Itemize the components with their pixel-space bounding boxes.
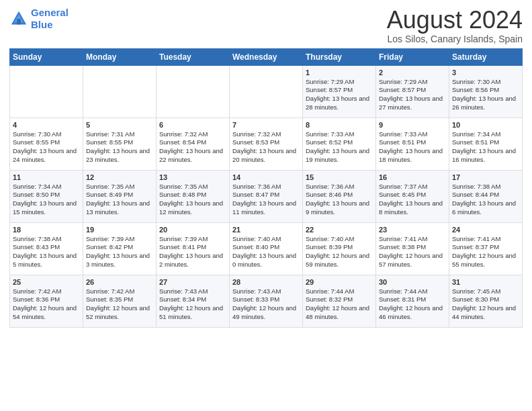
- day-info: Sunrise: 7:32 AM Sunset: 8:54 PM Dayligh…: [159, 130, 226, 165]
- title-block: August 2024 Los Silos, Canary Islands, S…: [387, 7, 523, 44]
- day-number: 8: [306, 121, 373, 129]
- day-number: 27: [159, 278, 226, 286]
- day-number: 9: [379, 121, 446, 129]
- page-container: General Blue August 2024 Los Silos, Cana…: [0, 0, 532, 332]
- column-header-sunday: Sunday: [10, 48, 83, 65]
- day-number: 29: [306, 278, 373, 286]
- day-number: 6: [159, 121, 226, 129]
- calendar-cell: 17Sunrise: 7:38 AM Sunset: 8:44 PM Dayli…: [449, 170, 523, 222]
- day-info: Sunrise: 7:42 AM Sunset: 8:35 PM Dayligh…: [86, 287, 153, 322]
- day-info: Sunrise: 7:35 AM Sunset: 8:49 PM Dayligh…: [86, 183, 153, 217]
- day-info: Sunrise: 7:39 AM Sunset: 8:41 PM Dayligh…: [159, 235, 226, 269]
- calendar-cell: 18Sunrise: 7:38 AM Sunset: 8:43 PM Dayli…: [10, 222, 83, 275]
- column-header-friday: Friday: [376, 48, 449, 65]
- calendar-cell: 7Sunrise: 7:32 AM Sunset: 8:53 PM Daylig…: [230, 118, 303, 170]
- day-number: 7: [232, 121, 300, 129]
- subtitle: Los Silos, Canary Islands, Spain: [387, 34, 523, 44]
- day-info: Sunrise: 7:37 AM Sunset: 8:45 PM Dayligh…: [379, 183, 446, 217]
- calendar-cell: 24Sunrise: 7:41 AM Sunset: 8:37 PM Dayli…: [449, 222, 523, 275]
- day-info: Sunrise: 7:34 AM Sunset: 8:51 PM Dayligh…: [452, 130, 519, 165]
- day-info: Sunrise: 7:31 AM Sunset: 8:55 PM Dayligh…: [86, 130, 153, 165]
- calendar-cell: 26Sunrise: 7:42 AM Sunset: 8:35 PM Dayli…: [83, 275, 157, 327]
- day-number: 19: [86, 226, 153, 234]
- day-info: Sunrise: 7:29 AM Sunset: 8:57 PM Dayligh…: [379, 78, 446, 112]
- day-number: 3: [452, 68, 519, 77]
- calendar-week-1: 1Sunrise: 7:29 AM Sunset: 8:57 PM Daylig…: [10, 65, 523, 118]
- day-info: Sunrise: 7:32 AM Sunset: 8:53 PM Dayligh…: [232, 130, 300, 165]
- day-number: 26: [86, 278, 153, 286]
- day-info: Sunrise: 7:41 AM Sunset: 8:37 PM Dayligh…: [452, 235, 519, 269]
- column-header-monday: Monday: [83, 48, 157, 65]
- calendar-week-2: 4Sunrise: 7:30 AM Sunset: 8:55 PM Daylig…: [10, 118, 523, 170]
- calendar-cell: [157, 65, 230, 118]
- day-info: Sunrise: 7:36 AM Sunset: 8:47 PM Dayligh…: [232, 183, 300, 217]
- calendar-cell: 10Sunrise: 7:34 AM Sunset: 8:51 PM Dayli…: [449, 118, 523, 170]
- day-number: 30: [379, 278, 446, 286]
- day-info: Sunrise: 7:45 AM Sunset: 8:30 PM Dayligh…: [452, 287, 519, 322]
- day-number: 15: [306, 173, 373, 181]
- day-number: 5: [86, 121, 153, 129]
- column-header-wednesday: Wednesday: [230, 48, 303, 65]
- calendar-cell: 5Sunrise: 7:31 AM Sunset: 8:55 PM Daylig…: [83, 118, 157, 170]
- calendar-body: 1Sunrise: 7:29 AM Sunset: 8:57 PM Daylig…: [10, 65, 523, 327]
- calendar-cell: 9Sunrise: 7:33 AM Sunset: 8:51 PM Daylig…: [376, 118, 449, 170]
- calendar-cell: 3Sunrise: 7:30 AM Sunset: 8:56 PM Daylig…: [449, 65, 523, 118]
- day-number: 11: [13, 173, 80, 181]
- calendar-cell: 21Sunrise: 7:40 AM Sunset: 8:40 PM Dayli…: [230, 222, 303, 275]
- day-number: 2: [379, 68, 446, 77]
- calendar-table: SundayMondayTuesdayWednesdayThursdayFrid…: [9, 48, 523, 328]
- calendar-cell: 22Sunrise: 7:40 AM Sunset: 8:39 PM Dayli…: [303, 222, 376, 275]
- header: General Blue August 2024 Los Silos, Cana…: [9, 7, 523, 44]
- calendar-cell: 28Sunrise: 7:43 AM Sunset: 8:33 PM Dayli…: [230, 275, 303, 327]
- day-info: Sunrise: 7:29 AM Sunset: 8:57 PM Dayligh…: [306, 78, 373, 112]
- day-info: Sunrise: 7:38 AM Sunset: 8:43 PM Dayligh…: [13, 235, 80, 269]
- calendar-cell: 16Sunrise: 7:37 AM Sunset: 8:45 PM Dayli…: [376, 170, 449, 222]
- calendar-cell: [10, 65, 83, 118]
- column-header-thursday: Thursday: [303, 48, 376, 65]
- day-info: Sunrise: 7:33 AM Sunset: 8:51 PM Dayligh…: [379, 130, 446, 165]
- day-number: 23: [379, 226, 446, 234]
- day-number: 17: [452, 173, 519, 181]
- day-info: Sunrise: 7:40 AM Sunset: 8:39 PM Dayligh…: [306, 235, 373, 269]
- calendar-week-3: 11Sunrise: 7:34 AM Sunset: 8:50 PM Dayli…: [10, 170, 523, 222]
- day-info: Sunrise: 7:33 AM Sunset: 8:52 PM Dayligh…: [306, 130, 373, 165]
- day-number: 18: [13, 226, 80, 234]
- logo-text: General Blue: [31, 7, 69, 31]
- calendar-cell: 20Sunrise: 7:39 AM Sunset: 8:41 PM Dayli…: [157, 222, 230, 275]
- calendar-cell: 30Sunrise: 7:44 AM Sunset: 8:31 PM Dayli…: [376, 275, 449, 327]
- day-number: 24: [452, 226, 519, 234]
- calendar-cell: 12Sunrise: 7:35 AM Sunset: 8:49 PM Dayli…: [83, 170, 157, 222]
- svg-rect-2: [17, 19, 21, 24]
- calendar-cell: 11Sunrise: 7:34 AM Sunset: 8:50 PM Dayli…: [10, 170, 83, 222]
- day-info: Sunrise: 7:30 AM Sunset: 8:56 PM Dayligh…: [452, 78, 519, 112]
- calendar-cell: 6Sunrise: 7:32 AM Sunset: 8:54 PM Daylig…: [157, 118, 230, 170]
- day-number: 13: [159, 173, 226, 181]
- day-number: 20: [159, 226, 226, 234]
- day-info: Sunrise: 7:36 AM Sunset: 8:46 PM Dayligh…: [306, 183, 373, 217]
- day-number: 4: [13, 121, 80, 129]
- header-row: SundayMondayTuesdayWednesdayThursdayFrid…: [10, 48, 523, 65]
- day-info: Sunrise: 7:44 AM Sunset: 8:32 PM Dayligh…: [306, 287, 373, 322]
- calendar-cell: [230, 65, 303, 118]
- calendar-cell: 19Sunrise: 7:39 AM Sunset: 8:42 PM Dayli…: [83, 222, 157, 275]
- day-info: Sunrise: 7:41 AM Sunset: 8:38 PM Dayligh…: [379, 235, 446, 269]
- day-info: Sunrise: 7:43 AM Sunset: 8:33 PM Dayligh…: [232, 287, 300, 322]
- day-info: Sunrise: 7:38 AM Sunset: 8:44 PM Dayligh…: [452, 183, 519, 217]
- calendar-cell: 14Sunrise: 7:36 AM Sunset: 8:47 PM Dayli…: [230, 170, 303, 222]
- calendar-cell: 27Sunrise: 7:43 AM Sunset: 8:34 PM Dayli…: [157, 275, 230, 327]
- day-info: Sunrise: 7:43 AM Sunset: 8:34 PM Dayligh…: [159, 287, 226, 322]
- day-info: Sunrise: 7:42 AM Sunset: 8:36 PM Dayligh…: [13, 287, 80, 322]
- calendar-cell: 4Sunrise: 7:30 AM Sunset: 8:55 PM Daylig…: [10, 118, 83, 170]
- main-title: August 2024: [387, 7, 523, 34]
- calendar-cell: 1Sunrise: 7:29 AM Sunset: 8:57 PM Daylig…: [303, 65, 376, 118]
- day-number: 16: [379, 173, 446, 181]
- logo: General Blue: [9, 7, 69, 31]
- day-info: Sunrise: 7:30 AM Sunset: 8:55 PM Dayligh…: [13, 130, 80, 165]
- logo-icon: [9, 9, 28, 28]
- calendar-cell: 29Sunrise: 7:44 AM Sunset: 8:32 PM Dayli…: [303, 275, 376, 327]
- day-info: Sunrise: 7:39 AM Sunset: 8:42 PM Dayligh…: [86, 235, 153, 269]
- calendar-week-5: 25Sunrise: 7:42 AM Sunset: 8:36 PM Dayli…: [10, 275, 523, 327]
- calendar-cell: 2Sunrise: 7:29 AM Sunset: 8:57 PM Daylig…: [376, 65, 449, 118]
- calendar-header: SundayMondayTuesdayWednesdayThursdayFrid…: [10, 48, 523, 65]
- column-header-saturday: Saturday: [449, 48, 523, 65]
